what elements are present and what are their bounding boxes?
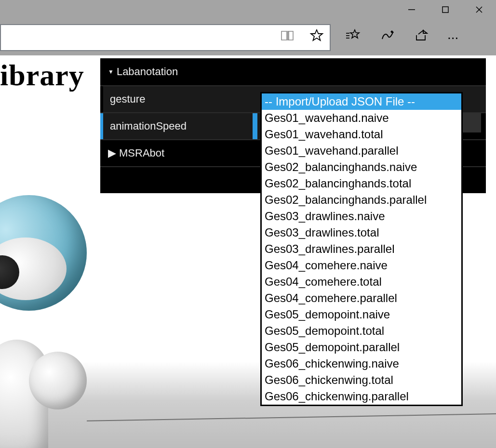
- dropdown-option[interactable]: Ges02_balancinghands.naive: [262, 159, 461, 175]
- reading-view-icon[interactable]: [281, 29, 295, 45]
- robot-3d-model: [0, 195, 106, 446]
- dropdown-option[interactable]: Ges02_balancinghands.total: [262, 175, 461, 192]
- url-input[interactable]: [1, 32, 266, 43]
- address-bar[interactable]: [0, 24, 331, 51]
- gesture-dropdown-list[interactable]: -- Import/Upload JSON File --Ges01_waveh…: [260, 92, 463, 406]
- window-close-button[interactable]: [462, 0, 496, 19]
- svg-rect-1: [442, 7, 448, 13]
- window-minimize-button[interactable]: [395, 0, 429, 19]
- page-title: ibrary: [0, 58, 84, 92]
- dropdown-option[interactable]: Ges03_drawlines.parallel: [262, 241, 461, 257]
- page-viewport: ibrary ▼ Labanotation gesture animationS…: [0, 55, 496, 448]
- dropdown-option[interactable]: Ges04_comehere.naive: [262, 257, 461, 274]
- panel-row-label: animationSpeed: [103, 113, 253, 139]
- dropdown-option[interactable]: Ges01_wavehand.parallel: [262, 143, 461, 159]
- caret-down-icon: ▼: [108, 68, 114, 75]
- dropdown-option[interactable]: Ges05_demopoint.total: [262, 323, 461, 339]
- window-maximize-button[interactable]: [429, 0, 462, 19]
- dropdown-option[interactable]: Ges06_chickenwing.total: [262, 372, 461, 388]
- dropdown-option[interactable]: Ges06_chickenwing.naive: [262, 356, 461, 372]
- window-titlebar: [0, 0, 496, 19]
- share-icon[interactable]: [414, 28, 428, 46]
- dropdown-option[interactable]: Ges04_comehere.total: [262, 274, 461, 290]
- panel-folder-label: Labanotation: [117, 66, 178, 78]
- dropdown-option[interactable]: Ges01_wavehand.total: [262, 126, 461, 143]
- dropdown-option[interactable]: -- Import/Upload JSON File --: [262, 93, 461, 110]
- dropdown-option[interactable]: Ges05_demopoint.naive: [262, 306, 461, 323]
- dropdown-option[interactable]: Ges03_drawlines.total: [262, 224, 461, 241]
- browser-toolbar: ···: [0, 19, 496, 55]
- dropdown-option[interactable]: Ges03_drawlines.naive: [262, 208, 461, 224]
- favorites-hub-icon[interactable]: [345, 28, 361, 46]
- web-note-icon[interactable]: [380, 28, 394, 46]
- more-icon[interactable]: ···: [447, 30, 458, 45]
- panel-row-label: gesture: [103, 86, 253, 112]
- svg-marker-5: [350, 30, 359, 38]
- panel-folder-label: MSRAbot: [119, 147, 164, 159]
- dropdown-option[interactable]: Ges01_wavehand.naive: [262, 110, 461, 126]
- dropdown-option[interactable]: Ges05_demopoint.parallel: [262, 339, 461, 356]
- svg-marker-4: [311, 30, 322, 40]
- favorite-star-icon[interactable]: [309, 28, 324, 46]
- caret-right-icon: ▶: [108, 147, 116, 159]
- svg-marker-9: [423, 30, 427, 33]
- floor-line: [87, 413, 496, 422]
- dropdown-option[interactable]: Ges04_comehere.parallel: [262, 290, 461, 306]
- dropdown-option[interactable]: Ges06_chickenwing.parallel: [262, 388, 461, 405]
- dropdown-option[interactable]: Ges02_balancinghands.parallel: [262, 192, 461, 208]
- panel-folder-labanotation[interactable]: ▼ Labanotation: [100, 58, 486, 85]
